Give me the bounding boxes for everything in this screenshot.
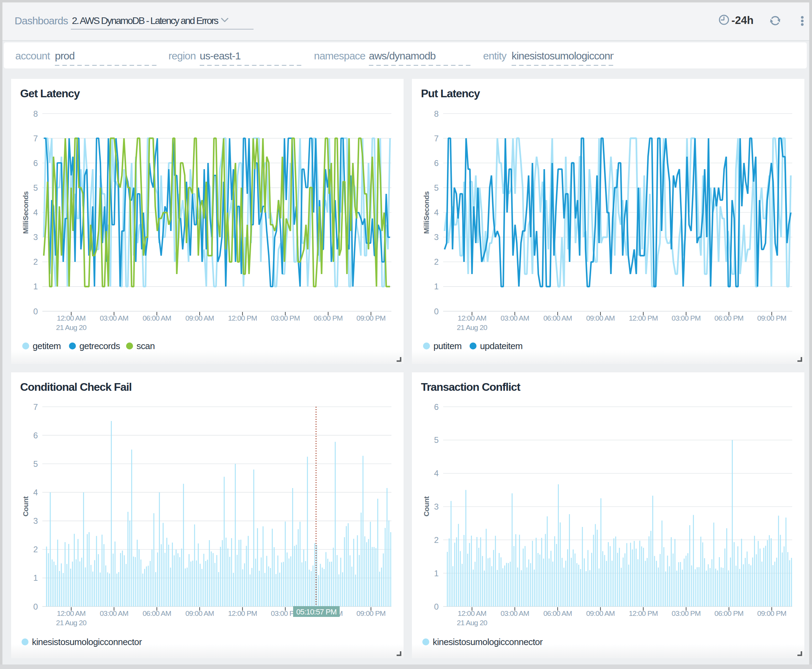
svg-text:4: 4 — [34, 487, 38, 497]
svg-text:kinesistosumologicconnector: kinesistosumologicconnector — [433, 637, 543, 647]
svg-text:7: 7 — [34, 134, 38, 143]
svg-text:Dashboards: Dashboards — [15, 15, 68, 27]
svg-text:2. AWS DynamoDB - Latency and: 2. AWS DynamoDB - Latency and Errors — [72, 15, 218, 26]
svg-text:21 Aug 20: 21 Aug 20 — [56, 323, 86, 331]
svg-text:1: 1 — [434, 569, 439, 578]
svg-text:7: 7 — [434, 134, 439, 143]
svg-text:Put Latency: Put Latency — [421, 87, 480, 100]
svg-text:1: 1 — [34, 282, 38, 291]
svg-text:0: 0 — [34, 602, 38, 611]
svg-text:Get Latency: Get Latency — [20, 87, 80, 100]
svg-text:-24h: -24h — [731, 14, 754, 27]
svg-text:12:00 AM: 12:00 AM — [458, 609, 486, 617]
svg-text:8: 8 — [434, 109, 439, 118]
svg-text:namespace: namespace — [314, 50, 365, 62]
svg-text:5: 5 — [434, 435, 439, 445]
svg-text:4: 4 — [434, 469, 439, 478]
svg-text:09:00 AM: 09:00 AM — [185, 609, 214, 617]
svg-text:06:00 PM: 06:00 PM — [714, 609, 743, 617]
svg-text:Conditional Check Fail: Conditional Check Fail — [20, 381, 132, 393]
svg-text:12:00 PM: 12:00 PM — [629, 609, 658, 617]
svg-text:06:00 PM: 06:00 PM — [314, 314, 343, 322]
svg-text:5: 5 — [34, 183, 38, 192]
svg-text:region: region — [168, 50, 196, 62]
svg-text:12:00 AM: 12:00 AM — [458, 314, 486, 322]
svg-text:getitem: getitem — [33, 341, 61, 351]
svg-text:06:00 AM: 06:00 AM — [543, 314, 572, 322]
svg-text:0: 0 — [34, 307, 38, 316]
svg-text:09:00 AM: 09:00 AM — [586, 314, 615, 322]
svg-text:05:10:57 PM: 05:10:57 PM — [296, 607, 336, 616]
svg-text:06:00 AM: 06:00 AM — [142, 314, 171, 322]
svg-text:getrecords: getrecords — [79, 341, 120, 351]
svg-text:updateitem: updateitem — [480, 341, 523, 351]
svg-text:09:00 PM: 09:00 PM — [356, 609, 385, 617]
svg-text:03:00 AM: 03:00 AM — [501, 314, 529, 322]
svg-text:2: 2 — [434, 257, 439, 266]
svg-text:03:00 AM: 03:00 AM — [100, 609, 128, 617]
svg-text:12:00 PM: 12:00 PM — [228, 314, 257, 322]
svg-text:12:00 PM: 12:00 PM — [228, 609, 257, 617]
svg-text:6: 6 — [34, 158, 38, 168]
svg-text:1: 1 — [434, 282, 439, 291]
svg-text:Transaction Conflict: Transaction Conflict — [421, 381, 521, 393]
svg-text:09:00 AM: 09:00 AM — [185, 314, 214, 322]
svg-text:3: 3 — [434, 502, 439, 511]
svg-text:09:00 PM: 09:00 PM — [757, 609, 786, 617]
svg-text:4: 4 — [34, 208, 38, 217]
svg-text:12:00 AM: 12:00 AM — [57, 609, 86, 617]
svg-text:5: 5 — [34, 459, 38, 469]
svg-text:03:00 PM: 03:00 PM — [672, 314, 701, 322]
svg-text:Count: Count — [422, 496, 430, 516]
svg-text:MilliSeconds: MilliSeconds — [422, 192, 430, 234]
svg-text:8: 8 — [34, 109, 38, 118]
svg-text:3: 3 — [434, 232, 439, 242]
svg-text:09:00 AM: 09:00 AM — [586, 609, 615, 617]
svg-text:2: 2 — [434, 535, 439, 545]
svg-text:4: 4 — [434, 208, 439, 217]
svg-text:21 Aug 20: 21 Aug 20 — [457, 619, 487, 627]
svg-text:12:00 AM: 12:00 AM — [57, 314, 86, 322]
svg-text:kinesistosumologicconnector: kinesistosumologicconnector — [32, 637, 142, 647]
svg-text:6: 6 — [434, 158, 439, 168]
svg-text:aws/dynamodb: aws/dynamodb — [369, 50, 435, 62]
svg-text:06:00 AM: 06:00 AM — [142, 609, 171, 617]
svg-text:7: 7 — [34, 402, 38, 412]
svg-text:21 Aug 20: 21 Aug 20 — [457, 323, 487, 331]
svg-text:03:00 PM: 03:00 PM — [271, 314, 300, 322]
svg-text:3: 3 — [34, 232, 38, 242]
svg-text:09:00 PM: 09:00 PM — [757, 314, 786, 322]
svg-text:3: 3 — [34, 516, 38, 526]
svg-text:scan: scan — [136, 341, 155, 351]
svg-text:03:00 AM: 03:00 AM — [501, 609, 529, 617]
svg-text:1: 1 — [34, 573, 38, 583]
svg-text:06:00 AM: 06:00 AM — [543, 609, 572, 617]
svg-text:6: 6 — [34, 431, 38, 440]
svg-text:5: 5 — [434, 183, 439, 192]
svg-text:21 Aug 20: 21 Aug 20 — [56, 619, 86, 627]
svg-text:Count: Count — [22, 496, 30, 516]
svg-text:prod: prod — [55, 50, 75, 62]
svg-text:03:00 AM: 03:00 AM — [100, 314, 128, 322]
svg-text:09:00 PM: 09:00 PM — [356, 314, 385, 322]
svg-text:us-east-1: us-east-1 — [200, 50, 241, 62]
svg-text:6: 6 — [434, 402, 439, 412]
svg-text:12:00 PM: 12:00 PM — [629, 314, 658, 322]
svg-text:account: account — [15, 50, 50, 62]
svg-text:putitem: putitem — [434, 341, 462, 351]
svg-text:06:00 PM: 06:00 PM — [714, 314, 743, 322]
svg-text:2: 2 — [34, 545, 38, 554]
svg-text:03:00 PM: 03:00 PM — [672, 609, 701, 617]
svg-text:2: 2 — [34, 257, 38, 266]
svg-text:0: 0 — [434, 307, 439, 316]
svg-text:0: 0 — [434, 602, 439, 611]
svg-text:MilliSeconds: MilliSeconds — [22, 192, 30, 234]
svg-text:entity: entity — [483, 50, 507, 62]
